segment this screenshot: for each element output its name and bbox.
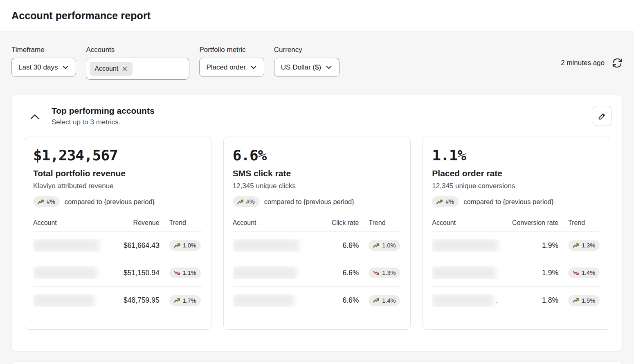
- column-header-value: Conversion rate: [510, 219, 558, 227]
- metric-subtitle: Klaviyo attributed revenue: [33, 182, 202, 190]
- metric-card: $1,234,567 Total portfolio revenue Klavi…: [24, 137, 211, 330]
- column-header-trend: Trend: [165, 219, 202, 227]
- value-cell: 1.9%: [510, 269, 558, 277]
- portfolio-metric-label: Portfolio metric: [199, 46, 264, 54]
- comparison-badge-label: #%: [246, 198, 255, 205]
- portfolio-metric-select[interactable]: Placed order: [199, 58, 264, 77]
- comparison-row: #% compared to {previous period}: [432, 196, 601, 207]
- trend-badge-label: 1.5%: [582, 297, 595, 304]
- account-name-redacted: [33, 266, 97, 279]
- portfolio-metric-filter: Portfolio metric Placed order: [199, 46, 264, 77]
- trend-badge: 1.0%: [169, 240, 201, 251]
- value-cell: 6.6%: [310, 296, 359, 305]
- trend-up-icon: [373, 297, 380, 303]
- currency-label: Currency: [274, 46, 339, 54]
- metric-value: 6.6%: [233, 147, 402, 164]
- accounts-input[interactable]: Account: [86, 58, 189, 80]
- timeframe-filter: Timeframe Last 30 days: [11, 46, 76, 77]
- last-updated-text: 2 minutes ago: [561, 59, 605, 67]
- comparison-text: compared to {previous period}: [65, 198, 155, 206]
- trend-badge: 1.1%: [169, 267, 201, 278]
- metric-title: SMS click rate: [233, 169, 402, 178]
- trend-cell: 1.4%: [364, 295, 401, 306]
- account-cell: [233, 266, 305, 279]
- trend-cell: 1.4%: [564, 267, 601, 278]
- value-cell: 1.9%: [510, 241, 558, 250]
- account-chip: Account: [90, 62, 133, 76]
- value-cell: $61,664.43: [111, 241, 160, 250]
- column-header-account: Account: [233, 219, 305, 227]
- accounts-filter: Accounts Account: [86, 46, 189, 80]
- column-header-trend: Trend: [564, 219, 601, 227]
- trend-down-icon: [573, 270, 579, 276]
- table-header-row: Account Click rate Trend: [233, 219, 402, 232]
- metric-value: 1.1%: [432, 147, 601, 164]
- comparison-trend-badge: #%: [432, 196, 459, 207]
- timeframe-label: Timeframe: [11, 46, 76, 54]
- collapse-chevron-up-icon[interactable]: [29, 112, 40, 121]
- account-cell: [432, 239, 504, 252]
- trend-up-icon: [436, 199, 443, 205]
- account-name-redacted: [432, 239, 498, 252]
- trend-badge-label: 1.7%: [183, 297, 196, 304]
- trend-badge-label: 1.3%: [582, 242, 595, 249]
- account-cell: [233, 294, 305, 307]
- value-cell: $48,759.95: [111, 296, 160, 305]
- currency-value: US Dollar ($): [281, 63, 321, 72]
- metric-title: Total portfolio revenue: [33, 169, 202, 178]
- comparison-badge-label: #%: [445, 198, 454, 205]
- remove-chip-icon[interactable]: [122, 66, 128, 72]
- trend-cell: 1.3%: [564, 240, 601, 251]
- top-performing-accounts-panel: Top performing accounts Select up to 3 m…: [11, 95, 623, 351]
- currency-select[interactable]: US Dollar ($): [274, 58, 339, 77]
- account-cell: [432, 266, 504, 279]
- trend-cell: 1.5%: [564, 295, 601, 306]
- table-row: $61,664.43 1.0%: [33, 232, 202, 259]
- comparison-text: compared to {previous period}: [264, 198, 354, 206]
- account-cell: [233, 239, 305, 252]
- trend-up-icon: [174, 297, 180, 303]
- table-header-row: Account Conversion rate Trend: [432, 219, 601, 232]
- table-row: 6.6% 1.3%: [233, 259, 402, 287]
- page-title: Account performance report: [11, 10, 151, 22]
- table-row: 1.9% 1.4%: [432, 259, 601, 287]
- trend-badge-label: 1.0%: [382, 242, 396, 249]
- trend-up-icon: [573, 243, 579, 249]
- account-cell: [33, 266, 106, 279]
- column-header-account: Account: [33, 219, 106, 227]
- trend-badge-label: 1.1%: [183, 270, 196, 276]
- account-name-redacted: [432, 294, 493, 307]
- filters-bar: Timeframe Last 30 days Accounts Account …: [0, 32, 634, 80]
- trend-badge: 1.5%: [568, 295, 600, 306]
- table-row: 1.9% 1.3%: [432, 232, 601, 259]
- chevron-down-icon: [62, 64, 69, 71]
- trend-badge-label: 1.4%: [382, 297, 396, 304]
- trend-cell: 1.0%: [165, 240, 202, 251]
- account-name-redacted: [33, 239, 99, 252]
- refresh-area: 2 minutes ago: [561, 58, 623, 68]
- column-header-value: Revenue: [111, 219, 160, 227]
- portfolio-metric-value: Placed order: [206, 63, 245, 72]
- table-row: 6.6% 1.0%: [233, 232, 402, 259]
- refresh-icon[interactable]: [612, 58, 623, 68]
- trend-badge-label: 1.0%: [183, 242, 196, 249]
- table-row: $48,759.95 1.7%: [33, 287, 202, 314]
- comparison-row: #% compared to {previous period}: [233, 196, 402, 207]
- trend-down-icon: [373, 270, 380, 276]
- accounts-table: Account Click rate Trend 6.6% 1.: [233, 219, 402, 314]
- pencil-icon: [598, 112, 607, 121]
- table-row: 6.6% 1.4%: [233, 287, 402, 314]
- trend-badge-label: 1.3%: [382, 270, 396, 276]
- account-chip-label: Account: [94, 65, 118, 72]
- currency-filter: Currency US Dollar ($): [274, 46, 339, 77]
- trend-cell: 1.7%: [165, 295, 202, 306]
- account-name-suffix: .: [496, 297, 497, 304]
- trend-badge: 1.3%: [568, 240, 600, 251]
- value-cell: $51,150.94: [111, 269, 160, 277]
- section-titles: Top performing accounts Select up to 3 m…: [52, 106, 155, 126]
- account-name-redacted: [233, 294, 294, 307]
- trend-up-icon: [174, 243, 180, 249]
- value-cell: 1.8%: [510, 296, 558, 305]
- edit-metrics-button[interactable]: [592, 106, 612, 126]
- timeframe-select[interactable]: Last 30 days: [11, 58, 76, 77]
